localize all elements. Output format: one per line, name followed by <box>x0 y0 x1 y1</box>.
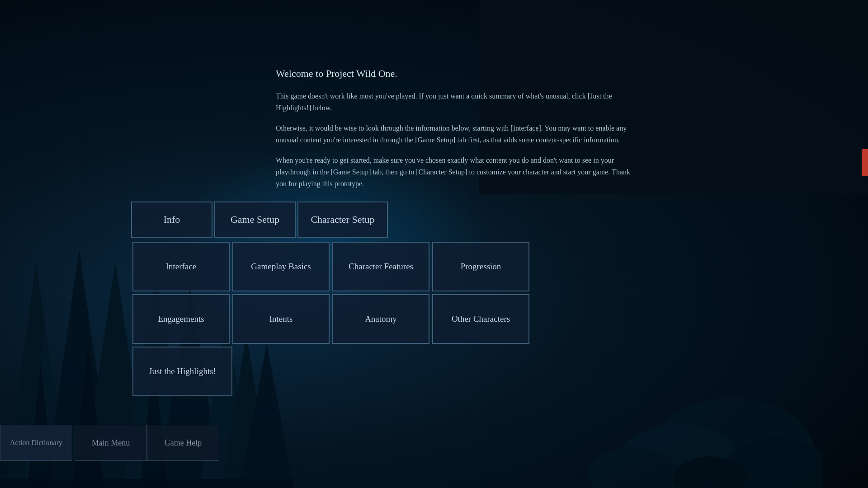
red-side-tab[interactable] <box>862 149 868 176</box>
welcome-paragraph-2: Otherwise, it would be wise to look thro… <box>276 122 637 145</box>
main-menu-button[interactable]: Main Menu <box>75 425 147 461</box>
btn-anatomy[interactable]: Anatomy <box>332 294 429 344</box>
btn-intents[interactable]: Intents <box>232 294 330 344</box>
boulders-silhouette <box>506 352 823 488</box>
buttons-container: Info Game Setup Character Setup Interfac… <box>131 202 531 398</box>
welcome-title: Welcome to Project Wild One. <box>276 68 637 80</box>
welcome-section: Welcome to Project Wild One. This game d… <box>262 59 651 207</box>
btn-interface[interactable]: Interface <box>132 242 230 291</box>
btn-engagements[interactable]: Engagements <box>132 294 230 344</box>
tab-row: Info Game Setup Character Setup <box>131 202 531 238</box>
grid-row-2: Engagements Intents Anatomy Other Charac… <box>131 293 531 345</box>
btn-gameplay-basics[interactable]: Gameplay Basics <box>232 242 330 291</box>
btn-character-features[interactable]: Character Features <box>332 242 429 291</box>
btn-progression[interactable]: Progression <box>432 242 529 291</box>
action-dictionary-button[interactable]: Action Dictionary <box>0 425 72 461</box>
tab-info[interactable]: Info <box>131 202 212 238</box>
grid-row-3: Just the Highlights! <box>131 345 531 398</box>
welcome-paragraph-3: When you're ready to get started, make s… <box>276 155 637 189</box>
btn-other-characters[interactable]: Other Characters <box>432 294 529 344</box>
bottom-left-buttons: Action Dictionary Main Menu Game Help <box>0 425 219 461</box>
game-help-button[interactable]: Game Help <box>147 425 219 461</box>
grid-row-1: Interface Gameplay Basics Character Feat… <box>131 240 531 293</box>
tab-game-setup[interactable]: Game Setup <box>214 202 296 238</box>
tab-character-setup[interactable]: Character Setup <box>297 202 388 238</box>
welcome-paragraph-1: This game doesn't work like most you've … <box>276 90 637 113</box>
btn-just-the-highlights[interactable]: Just the Highlights! <box>132 347 232 396</box>
